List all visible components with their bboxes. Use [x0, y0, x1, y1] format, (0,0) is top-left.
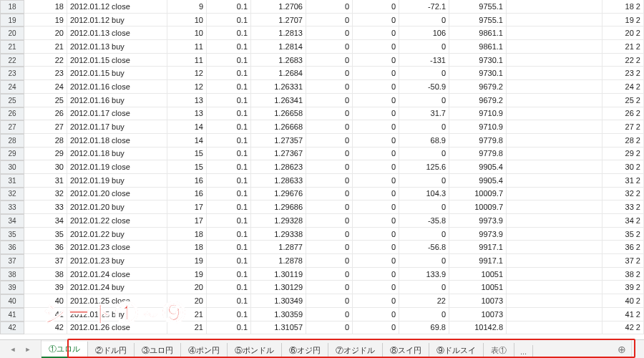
- cell[interactable]: 0.1: [207, 40, 251, 54]
- cell[interactable]: 0.1: [207, 254, 251, 268]
- cell[interactable]: 2012.01.12 buy: [67, 14, 167, 27]
- cell[interactable]: -35.8: [399, 214, 449, 228]
- cell[interactable]: [507, 214, 602, 228]
- cell[interactable]: 9710.9: [449, 107, 507, 121]
- tab-nav-right-icon[interactable]: ►: [25, 346, 31, 353]
- cell[interactable]: 18: [24, 0, 67, 14]
- cell[interactable]: 125.6: [399, 160, 449, 174]
- cell[interactable]: 0: [399, 14, 449, 27]
- cell[interactable]: 0.1: [207, 268, 251, 281]
- cell[interactable]: 10: [167, 14, 207, 27]
- table-row[interactable]: 41412012.01.25 buy210.11.303590001007341…: [0, 308, 644, 321]
- cell[interactable]: 35 2: [602, 228, 644, 241]
- cell[interactable]: 1.29676: [251, 188, 306, 201]
- cell[interactable]: 0: [306, 40, 353, 54]
- cell[interactable]: 22 2: [602, 54, 644, 67]
- cell[interactable]: [507, 174, 602, 188]
- cell[interactable]: 0: [353, 107, 399, 121]
- row-header[interactable]: 36: [0, 241, 24, 254]
- cell[interactable]: 0: [353, 308, 399, 321]
- table-row[interactable]: 28282012.01.18 close140.11.273570068.997…: [0, 134, 644, 147]
- cell[interactable]: [507, 40, 602, 54]
- cell[interactable]: 0: [353, 94, 399, 107]
- cell[interactable]: 14: [167, 120, 207, 134]
- cell[interactable]: 0: [353, 228, 399, 241]
- table-row[interactable]: 20202012.01.13 close100.11.2813001069861…: [0, 26, 644, 40]
- cell[interactable]: 2012.01.23 close: [67, 241, 167, 254]
- cell[interactable]: 1.30359: [251, 308, 306, 321]
- table-row[interactable]: 29292012.01.18 buy150.11.273670009779.82…: [0, 147, 644, 161]
- cell[interactable]: 21: [167, 321, 207, 335]
- row-header[interactable]: 30: [0, 160, 24, 174]
- cell[interactable]: 9755.1: [449, 0, 507, 14]
- cell[interactable]: 0: [306, 0, 353, 14]
- table-row[interactable]: 32322012.01.20 close160.11.2967600104.31…: [0, 188, 644, 201]
- cell[interactable]: 0.1: [207, 321, 251, 335]
- cell[interactable]: 1.2683: [251, 54, 306, 67]
- cell[interactable]: 0: [306, 94, 353, 107]
- row-header[interactable]: 33: [0, 200, 24, 214]
- cell[interactable]: 13: [167, 107, 207, 121]
- cell[interactable]: 1.29338: [251, 228, 306, 241]
- cell[interactable]: 0: [306, 281, 353, 294]
- cell[interactable]: 2012.01.22 buy: [67, 228, 167, 241]
- cell[interactable]: 0: [306, 107, 353, 121]
- cell[interactable]: 9710.9: [449, 120, 507, 134]
- row-header[interactable]: 41: [0, 308, 24, 321]
- cell[interactable]: 0.1: [207, 107, 251, 121]
- cell[interactable]: 0.1: [207, 67, 251, 80]
- sheet-tab[interactable]: ⑧スイ円: [383, 343, 429, 358]
- cell[interactable]: 0: [306, 67, 353, 80]
- cell[interactable]: 0.1: [207, 26, 251, 40]
- cell[interactable]: 0: [353, 294, 399, 308]
- cell[interactable]: 11: [167, 54, 207, 67]
- row-header[interactable]: 23: [0, 67, 24, 80]
- cell[interactable]: 41: [24, 308, 67, 321]
- cell[interactable]: 2012.01.13 close: [67, 26, 167, 40]
- cell[interactable]: 1.30349: [251, 294, 306, 308]
- cell[interactable]: 0: [306, 241, 353, 254]
- cell[interactable]: [507, 268, 602, 281]
- cell[interactable]: 31 2: [602, 174, 644, 188]
- cell[interactable]: 0: [353, 80, 399, 94]
- cell[interactable]: 2012.01.15 close: [67, 54, 167, 67]
- cell[interactable]: 0: [306, 294, 353, 308]
- cell[interactable]: 30 2: [602, 160, 644, 174]
- cell[interactable]: 0: [399, 200, 449, 214]
- cell[interactable]: 0: [353, 200, 399, 214]
- cell[interactable]: 1.2707: [251, 14, 306, 27]
- sheet-tab[interactable]: ④ポン円: [181, 343, 228, 358]
- cell[interactable]: 12: [167, 80, 207, 94]
- cell[interactable]: 9905.4: [449, 174, 507, 188]
- table-row[interactable]: 21212012.01.13 buy110.11.28140009861.121…: [0, 40, 644, 54]
- cell[interactable]: 0: [353, 268, 399, 281]
- cell[interactable]: 10073: [449, 308, 507, 321]
- cell[interactable]: 0: [399, 67, 449, 80]
- row-header[interactable]: 34: [0, 214, 24, 228]
- cell[interactable]: 19: [167, 268, 207, 281]
- row-header[interactable]: 32: [0, 188, 24, 201]
- cell[interactable]: 25: [24, 94, 67, 107]
- cell[interactable]: 2012.01.16 buy: [67, 94, 167, 107]
- cell[interactable]: 9861.1: [449, 26, 507, 40]
- cell[interactable]: 0: [353, 54, 399, 67]
- cell[interactable]: 18: [167, 228, 207, 241]
- cell[interactable]: 20: [167, 294, 207, 308]
- row-header[interactable]: 35: [0, 228, 24, 241]
- cell[interactable]: [507, 0, 602, 14]
- cell[interactable]: 9679.2: [449, 94, 507, 107]
- row-header[interactable]: 27: [0, 120, 24, 134]
- cell[interactable]: 0.1: [207, 94, 251, 107]
- cell[interactable]: [507, 120, 602, 134]
- cell[interactable]: 0.1: [207, 120, 251, 134]
- row-header[interactable]: 18: [0, 0, 24, 14]
- row-header[interactable]: 42: [0, 321, 24, 335]
- table-row[interactable]: 25252012.01.16 buy130.11.263410009679.22…: [0, 94, 644, 107]
- sheet-tab[interactable]: ③ユロ円: [135, 343, 181, 358]
- cell[interactable]: [507, 107, 602, 121]
- cell[interactable]: [507, 200, 602, 214]
- cell[interactable]: 38 2: [602, 268, 644, 281]
- sheet-tab[interactable]: ⑦オジドル: [328, 343, 383, 358]
- cell[interactable]: 10073: [449, 294, 507, 308]
- cell[interactable]: 0.1: [207, 14, 251, 27]
